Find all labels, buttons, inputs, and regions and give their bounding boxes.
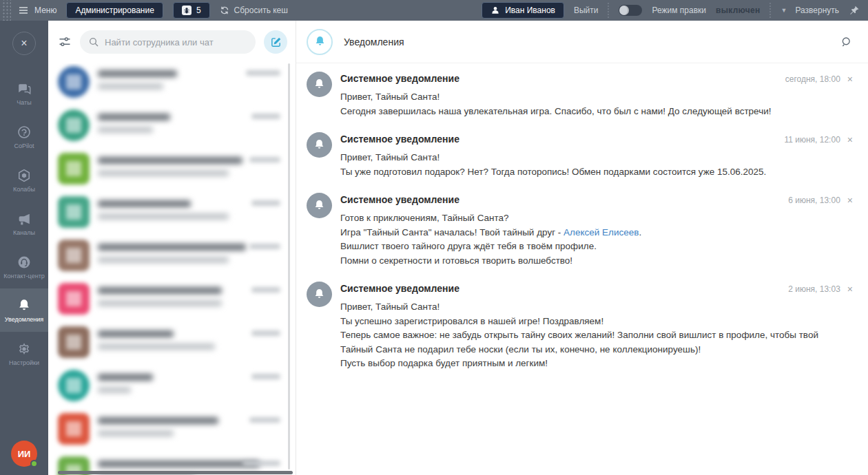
chat-panel — [48, 21, 296, 475]
sidebar: × ЧатыCoPilotКолабыКаналыКонтакт-центрУв… — [0, 21, 48, 475]
notifications-header: Уведомления — [296, 21, 868, 63]
chevron-down-icon: ▼ — [781, 7, 787, 14]
bell-icon — [313, 199, 326, 212]
drag-handle[interactable] — [1, 0, 11, 21]
notification-timestamp: 6 июня, 13:00 — [788, 196, 840, 205]
menu-button[interactable]: Меню — [18, 5, 56, 16]
gear-icon — [17, 341, 32, 357]
sidebar-item-collabs[interactable]: Колабы — [0, 158, 48, 202]
sidebar-item-chats[interactable]: Чаты — [0, 72, 48, 115]
compose-button[interactable] — [264, 30, 287, 54]
horizontal-scrollbar[interactable] — [58, 471, 293, 474]
edit-mode-toggle[interactable] — [619, 5, 642, 16]
topbar-divider — [608, 3, 609, 18]
notification-text-line: Готов к приключениям, Тайный Санта? — [340, 211, 853, 226]
user-link[interactable]: Алексей Елисеев — [564, 227, 639, 237]
pin-button[interactable] — [849, 5, 860, 16]
chat-item-time — [251, 114, 280, 119]
clear-cache-button[interactable]: Сбросить кеш — [220, 6, 288, 15]
chat-list-item[interactable] — [48, 150, 296, 193]
toggle-knob — [619, 6, 629, 15]
avatar-initials: ИИ — [18, 449, 31, 459]
notification-text-line: Игра "Тайный Санта" началась! Твой тайны… — [340, 226, 853, 240]
notification-title: Системное уведомление — [340, 194, 853, 205]
sidebar-item-label: CoPilot — [14, 142, 34, 149]
notification-text-line: Ты уже подготовил подарок? Нет? Тогда по… — [340, 165, 853, 180]
chat-avatar — [58, 153, 90, 184]
collabs-icon — [17, 168, 32, 183]
chat-list-item[interactable] — [48, 193, 296, 237]
chat-item-time — [249, 244, 280, 249]
chat-list-item[interactable] — [48, 410, 296, 454]
search-icon — [840, 36, 853, 48]
edit-mode-label: Режим правки — [652, 6, 706, 15]
sidebar-item-copilot[interactable]: CoPilot — [0, 115, 48, 158]
online-status-dot — [30, 460, 38, 467]
notification-text-line: Привет, Тайный Санта! — [340, 90, 853, 105]
menu-label: Меню — [34, 6, 56, 15]
close-notification-button[interactable]: × — [847, 196, 853, 205]
search-input[interactable] — [105, 37, 247, 48]
close-notification-button[interactable]: × — [847, 74, 853, 84]
notifications-bell-badge — [307, 29, 333, 55]
chat-item-time — [249, 157, 280, 162]
chat-avatar — [58, 196, 90, 228]
hamburger-icon — [18, 5, 29, 16]
chat-item-time — [251, 330, 280, 336]
search-box[interactable] — [80, 30, 256, 54]
notification-text-line: Тайный Санта не подарил тебе носки (если… — [340, 343, 853, 357]
notification-item: Системное уведомлениеПривет, Тайный Сант… — [307, 282, 853, 371]
chats-icon — [17, 81, 32, 96]
logout-button[interactable]: Выйти — [574, 6, 599, 15]
chat-panel-header — [48, 21, 296, 63]
edit-mode-state: выключен — [716, 6, 760, 15]
user-avatar[interactable]: ИИ — [11, 441, 37, 467]
chat-list-item[interactable] — [48, 107, 296, 150]
chat-list-item[interactable] — [48, 63, 296, 107]
chat-list-item[interactable] — [48, 324, 296, 367]
close-notification-button[interactable]: × — [847, 284, 853, 294]
chat-item-time — [251, 287, 280, 293]
user-button[interactable]: Иван Иванов — [482, 2, 564, 19]
system-notification-avatar — [307, 72, 332, 97]
close-notification-button[interactable]: × — [847, 135, 853, 145]
sidebar-item-label: Каналы — [13, 229, 35, 236]
refresh-icon — [220, 6, 229, 15]
issues-badge-button[interactable]: 5 — [173, 2, 210, 19]
bell-icon — [17, 298, 32, 313]
topbar: Меню Администрирование 5 Сбросить кеш Ив… — [0, 0, 868, 21]
sidebar-item-bell[interactable]: Уведомления — [0, 288, 48, 332]
sidebar-item-gear[interactable]: Настройки — [0, 332, 48, 375]
chat-list-item[interactable] — [48, 367, 296, 410]
notification-title: Системное уведомление — [340, 283, 853, 294]
chat-list-item[interactable] — [48, 237, 296, 280]
system-notification-avatar — [307, 193, 332, 218]
system-notification-avatar — [307, 132, 332, 158]
search-notifications-button[interactable] — [840, 36, 853, 48]
expand-label: Развернуть — [795, 6, 839, 15]
bell-icon — [313, 78, 326, 91]
notification-text-line: Пусть выбор подарка будет приятным и лег… — [340, 357, 853, 371]
expand-button[interactable]: ▼ Развернуть — [781, 6, 839, 15]
bug-icon — [182, 6, 192, 15]
notification-item: Системное уведомлениеГотов к приключения… — [307, 193, 853, 268]
vertical-scrollbar[interactable] — [288, 63, 290, 469]
sidebar-item-label: Контакт-центр — [3, 273, 45, 279]
user-name: Иван Иванов — [505, 6, 555, 15]
chat-list — [48, 63, 296, 475]
notification-text-line: Ты успешно зарегистрировался в нашей игр… — [340, 315, 853, 329]
sidebar-close-button[interactable]: × — [12, 32, 36, 55]
chat-avatar — [58, 370, 90, 401]
filter-button[interactable] — [58, 35, 72, 49]
sidebar-item-contact-center[interactable]: Контакт-центр — [0, 245, 48, 288]
notification-text-line: Помни о секретности и готовься творить в… — [340, 254, 853, 268]
chat-list-item[interactable] — [48, 280, 296, 324]
contact-center-icon — [17, 255, 32, 270]
system-notification-avatar — [307, 282, 332, 307]
clear-cache-label: Сбросить кеш — [234, 6, 288, 15]
sidebar-item-label: Колабы — [13, 186, 35, 193]
notification-text-line: Вишлист твоего тайного друга ждёт тебя в… — [340, 240, 853, 254]
sidebar-item-channels[interactable]: Каналы — [0, 202, 48, 245]
bell-icon — [313, 35, 327, 48]
administration-button[interactable]: Администрирование — [66, 2, 163, 19]
